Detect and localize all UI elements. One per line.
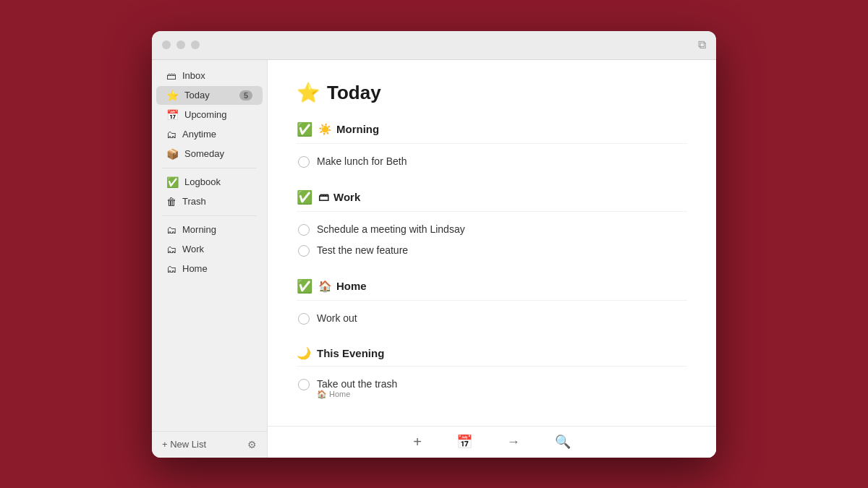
work-check-icon: ✅ (297, 189, 312, 205)
sidebar-bottom: + New List ⚙ (152, 431, 267, 458)
sidebar-item-work[interactable]: 🗂 Work (156, 240, 263, 259)
home-check-icon: ✅ (297, 278, 312, 294)
task-content: Take out the trash 🏠 Home (317, 378, 397, 399)
title-bar: ⧉ (152, 31, 716, 60)
task-item: Schedule a meeting with Lindsay (298, 219, 687, 240)
sidebar: 🗃 Inbox ⭐ Today 5 📅 Upcoming 🗂 An (152, 60, 268, 458)
task-checkbox[interactable] (298, 379, 310, 390)
sidebar-item-today[interactable]: ⭐ Today 5 (156, 86, 263, 105)
bottom-toolbar: + 📅 → 🔍 (268, 426, 716, 458)
content-area: 🗃 Inbox ⭐ Today 5 📅 Upcoming 🗂 An (152, 60, 716, 458)
task-item: Test the new feature (298, 240, 687, 261)
home-emoji: 🏠 (318, 280, 332, 293)
home-section: ✅ 🏠 Home Work out (297, 278, 687, 329)
copy-icon[interactable]: ⧉ (698, 38, 706, 51)
task-checkbox[interactable] (298, 224, 310, 236)
logbook-icon: ✅ (166, 176, 179, 188)
task-checkbox[interactable] (298, 245, 310, 257)
sidebar-item-someday-label: Someday (184, 148, 224, 159)
home-section-header: ✅ 🏠 Home (297, 278, 687, 301)
morning-section-header: ✅ ☀️ Morning (297, 121, 687, 144)
upcoming-icon: 📅 (166, 109, 179, 121)
sidebar-item-anytime-label: Anytime (182, 129, 216, 140)
work-emoji: 🗃 (318, 191, 329, 203)
title-bar-right: ⧉ (698, 38, 706, 51)
sidebar-item-morning-label: Morning (182, 224, 216, 235)
inbox-icon: 🗃 (166, 70, 176, 82)
evening-section-header: 🌙 This Evening (297, 346, 687, 367)
task-label: Take out the trash (317, 378, 397, 390)
sidebar-item-someday[interactable]: 📦 Someday (156, 145, 263, 163)
today-badge: 5 (239, 90, 252, 100)
app-window: ⧉ 🗃 Inbox ⭐ Today 5 📅 Upc (152, 31, 716, 458)
evening-section: 🌙 This Evening Take out the trash 🏠 Home (297, 346, 687, 403)
minimize-button[interactable] (176, 40, 185, 49)
task-label: Schedule a meeting with Lindsay (317, 223, 465, 235)
today-icon: ⭐ (166, 90, 179, 101)
page-title-icon: ⭐ (297, 82, 320, 104)
sidebar-item-logbook[interactable]: ✅ Logbook (156, 173, 263, 192)
page-title: ⭐ Today (297, 82, 687, 104)
anytime-icon: 🗂 (166, 129, 176, 140)
sidebar-item-anytime[interactable]: 🗂 Anytime (156, 125, 263, 144)
sidebar-item-home[interactable]: 🗂 Home (156, 260, 263, 278)
main-content: ⭐ Today ✅ ☀️ Morning Make lunch for Be (268, 60, 716, 426)
work-section-title: 🗃 Work (318, 191, 360, 203)
task-label: Make lunch for Beth (317, 155, 407, 167)
evening-section-title: This Evening (317, 347, 384, 359)
someday-icon: 📦 (166, 148, 179, 160)
task-checkbox[interactable] (298, 313, 310, 325)
search-button[interactable]: 🔍 (555, 434, 571, 450)
work-section-header: ✅ 🗃 Work (297, 189, 687, 212)
trash-icon: 🗑 (166, 196, 176, 207)
filter-icon[interactable]: ⚙ (247, 439, 257, 450)
sidebar-item-today-label: Today (184, 90, 210, 100)
work-list-icon: 🗂 (166, 244, 176, 255)
task-item: Make lunch for Beth (298, 151, 687, 172)
close-button[interactable] (162, 40, 171, 49)
task-label: Test the new feature (317, 244, 408, 256)
traffic-lights (162, 40, 200, 49)
main-panel: ⭐ Today ✅ ☀️ Morning Make lunch for Be (268, 60, 716, 458)
morning-list-icon: 🗂 (166, 224, 176, 236)
new-list-button[interactable]: + New List (162, 439, 206, 450)
add-task-button[interactable]: + (413, 434, 422, 450)
morning-section: ✅ ☀️ Morning Make lunch for Beth (297, 121, 687, 172)
sidebar-divider-1 (162, 168, 257, 168)
sidebar-item-morning[interactable]: 🗂 Morning (156, 221, 263, 239)
home-section-title: 🏠 Home (318, 280, 367, 293)
sidebar-item-upcoming[interactable]: 📅 Upcoming (156, 106, 263, 124)
sidebar-item-trash-label: Trash (182, 196, 206, 207)
work-section: ✅ 🗃 Work Schedule a meeting with Lindsay… (297, 189, 687, 261)
sidebar-item-upcoming-label: Upcoming (184, 109, 227, 120)
calendar-button[interactable]: 📅 (456, 434, 472, 450)
home-list-icon: 🗂 (166, 263, 176, 275)
page-title-text: Today (327, 82, 381, 104)
morning-check-icon: ✅ (297, 121, 312, 137)
morning-section-title: ☀️ Morning (318, 123, 379, 136)
maximize-button[interactable] (191, 40, 200, 49)
navigate-button[interactable]: → (507, 435, 520, 450)
sidebar-item-inbox-label: Inbox (182, 70, 205, 81)
morning-emoji: ☀️ (318, 123, 332, 136)
task-label: Work out (317, 312, 357, 324)
sidebar-main-section: 🗃 Inbox ⭐ Today 5 📅 Upcoming 🗂 An (152, 60, 267, 285)
evening-icon: 🌙 (297, 346, 311, 360)
sidebar-item-home-label: Home (182, 263, 208, 274)
task-sublabel: 🏠 Home (317, 390, 397, 399)
task-checkbox[interactable] (298, 156, 310, 168)
sidebar-item-work-label: Work (182, 244, 204, 254)
sidebar-item-trash[interactable]: 🗑 Trash (156, 192, 263, 211)
sidebar-item-logbook-label: Logbook (184, 176, 221, 187)
sidebar-divider-2 (162, 215, 257, 216)
task-item: Take out the trash 🏠 Home (298, 374, 687, 403)
sidebar-item-inbox[interactable]: 🗃 Inbox (156, 67, 263, 85)
task-item: Work out (298, 308, 687, 329)
